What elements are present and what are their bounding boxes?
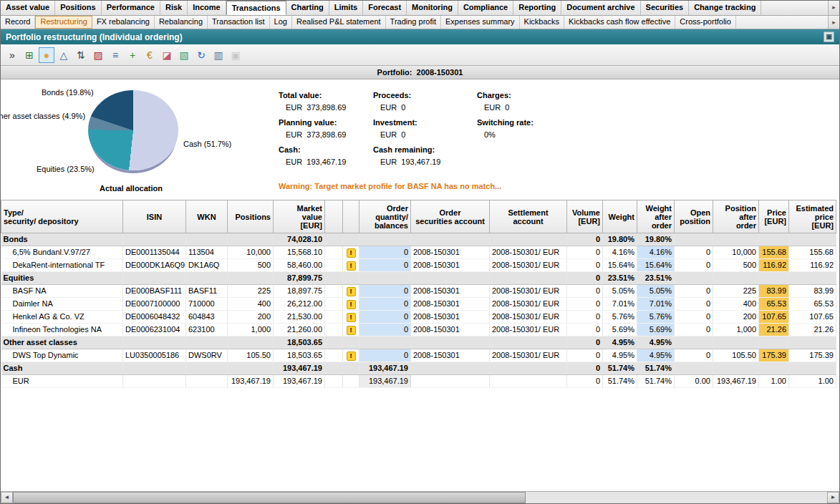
cell-wkn: DWS0RV xyxy=(186,349,228,362)
group-row-cash[interactable]: Cash193,467.19193,467.19051.74%51.74% xyxy=(1,362,836,375)
warning-icon[interactable]: ! xyxy=(347,248,356,258)
row-daimler-na[interactable]: Daimler NADE000710000071000040026,212.00… xyxy=(1,298,836,311)
refresh-clock-icon[interactable]: ↻ xyxy=(193,47,209,63)
scrollbar-thumb[interactable] xyxy=(13,492,526,503)
column-header-weight_after[interactable]: Weight after order xyxy=(637,200,675,233)
column-header-volume[interactable]: Volume [EUR] xyxy=(567,200,603,233)
warning-icon[interactable]: ! xyxy=(347,326,356,335)
globe-icon[interactable]: ● xyxy=(39,47,54,63)
row-basf-na[interactable]: BASF NADE000BASF111BASF1122518,897.75!02… xyxy=(1,285,836,298)
column-header-isin[interactable]: ISIN xyxy=(123,200,186,233)
scroll-left-button[interactable]: ◄ xyxy=(1,492,13,503)
tab-limits[interactable]: Limits xyxy=(329,1,363,15)
tab-positions[interactable]: Positions xyxy=(55,1,102,15)
tab-monitoring[interactable]: Monitoring xyxy=(407,1,458,15)
tab-restructuring[interactable]: Restructuring xyxy=(35,16,92,29)
tab-trading-profit[interactable]: Trading profit xyxy=(386,16,441,29)
cell-order_qty xyxy=(359,336,411,349)
group-row-equities[interactable]: Equities87,899.75023.51%23.51% xyxy=(1,272,836,285)
row-henkel-ag-co-vz[interactable]: Henkel AG & Co. VZDE00060484326048432002… xyxy=(1,311,836,324)
group-row-bonds[interactable]: Bonds74,028.10019.80%19.80% xyxy=(1,233,836,246)
tab-transactions[interactable]: Transactions xyxy=(226,1,286,15)
cell-est_price: 1.00 xyxy=(789,375,836,388)
order-quantity-cell[interactable]: 0 xyxy=(359,259,411,272)
tab-securities[interactable]: Securities xyxy=(641,1,690,15)
order-quantity-cell[interactable]: 0 xyxy=(359,311,411,324)
column-header-price[interactable]: Price [EUR] xyxy=(759,200,789,233)
chart-magnifier-icon[interactable]: ▥ xyxy=(211,47,226,63)
scrollbar-track[interactable] xyxy=(526,492,827,503)
tab-expenses-summary[interactable]: Expenses summary xyxy=(441,16,520,29)
tab-record[interactable]: Record xyxy=(1,16,35,29)
cell-settlement: 2008-150301/ EUR xyxy=(490,324,567,336)
chart-area: Actual allocation Bonds (19.8%)Other ass… xyxy=(1,79,274,200)
triangle-icon[interactable]: △ xyxy=(56,47,72,63)
cell-wkn xyxy=(186,362,228,375)
tab-rebalancing[interactable]: Rebalancing xyxy=(155,16,208,29)
tab-income[interactable]: Income xyxy=(188,1,226,15)
row-infineon-technologies-na[interactable]: Infineon Technologies NADE00062310046231… xyxy=(1,324,836,336)
allocation-table-icon[interactable]: ⊞ xyxy=(21,47,37,63)
order-quantity-cell[interactable]: 0 xyxy=(359,349,411,362)
tab-change-tracking[interactable]: Change tracking xyxy=(689,1,761,15)
column-header-est_price[interactable]: Estimated price [EUR] xyxy=(789,200,836,233)
column-header-warn[interactable] xyxy=(343,200,359,233)
order-quantity-cell[interactable]: 0 xyxy=(359,298,411,311)
column-header-c1[interactable] xyxy=(325,200,343,233)
warning-icon[interactable]: ! xyxy=(347,352,356,361)
column-header-settlement[interactable]: Settlement account xyxy=(490,200,567,233)
tab-kickbacks-cash-flow-effective[interactable]: Kickbacks cash flow effective xyxy=(564,16,675,29)
overflow-chevron-icon[interactable]: » xyxy=(4,47,20,63)
tab-fx-rebalancing[interactable]: FX rebalancing xyxy=(92,16,155,29)
tab-risk[interactable]: Risk xyxy=(160,1,188,15)
column-header-pos_after[interactable]: Position after order xyxy=(713,200,759,233)
add-icon[interactable]: + xyxy=(125,47,140,63)
horizontal-scrollbar[interactable]: ◄ ► xyxy=(1,491,839,503)
column-header-open_pos[interactable]: Open position xyxy=(675,200,713,233)
sort-order-icon[interactable]: ⇅ xyxy=(73,47,89,63)
tab-realised-p-l-statement[interactable]: Realised P&L statement xyxy=(292,16,386,29)
column-header-order_account[interactable]: Order securities account xyxy=(411,200,490,233)
tab-performance[interactable]: Performance xyxy=(102,1,160,15)
column-header-wkn[interactable]: WKN xyxy=(186,200,228,233)
column-header-order_qty[interactable]: Order quantity/ balances xyxy=(359,200,411,233)
tab-charting[interactable]: Charting xyxy=(286,1,329,15)
title-bar-button[interactable]: ▣ xyxy=(824,32,834,42)
cell-order_account: 2008-150301 xyxy=(411,349,490,362)
diagonal-chart-icon[interactable]: ▨ xyxy=(90,47,106,63)
tab-asset-value[interactable]: Asset value xyxy=(1,1,55,15)
row-eur[interactable]: EUR193,467.19193,467.19193,467.19051.74%… xyxy=(1,375,836,388)
warning-icon[interactable]: ! xyxy=(347,300,356,309)
order-quantity-cell[interactable]: 0 xyxy=(359,324,411,336)
tab-transaction-list[interactable]: Transaction list xyxy=(208,16,270,29)
tab-reporting[interactable]: Reporting xyxy=(513,1,561,15)
column-header-market_value[interactable]: Market value [EUR] xyxy=(274,200,325,233)
tab-document-archive[interactable]: Document archive xyxy=(561,1,640,15)
tab-compliance[interactable]: Compliance xyxy=(458,1,513,15)
order-quantity-cell[interactable]: 0 xyxy=(359,246,411,259)
order-quantity-cell[interactable]: 0 xyxy=(359,285,411,298)
euro-icon[interactable]: € xyxy=(142,47,158,63)
copy-icon[interactable]: ▣ xyxy=(228,47,243,63)
row-6-5-bundanl-v-97-27[interactable]: 6,5% Bundanl.V.97/27DE000113504411350410… xyxy=(1,246,836,259)
tab-cross-portfolio[interactable]: Cross-portfolio xyxy=(675,16,736,29)
sub-tab-scroll-button[interactable]: ▸ xyxy=(828,16,839,29)
warning-icon[interactable]: ! xyxy=(347,287,356,296)
eraser-icon[interactable]: ◪ xyxy=(159,47,175,63)
column-header-weight[interactable]: Weight xyxy=(603,200,637,233)
tab-kickbacks[interactable]: Kickbacks xyxy=(520,16,565,29)
row-dws-top-dynamic[interactable]: DWS Top DynamicLU0350005186DWS0RV105.501… xyxy=(1,349,836,362)
sliders-icon[interactable]: ≡ xyxy=(107,47,123,63)
tab-log[interactable]: Log xyxy=(270,16,292,29)
column-header-name[interactable]: Type/ security/ depository xyxy=(1,200,123,233)
row-dekarent-international-tf[interactable]: DekaRent-international TFDE000DK1A6Q9DK1… xyxy=(1,259,836,272)
warning-icon[interactable]: ! xyxy=(347,313,356,322)
main-tab-scroll-button[interactable]: ▸ xyxy=(828,1,839,15)
scroll-right-button[interactable]: ► xyxy=(827,492,839,503)
warning-icon[interactable]: ! xyxy=(347,261,356,271)
chart-export-icon[interactable]: ▧ xyxy=(176,47,192,63)
pie-label-other-asset-classes-4-9: Other asset classes (4.9%) xyxy=(1,112,85,120)
column-header-positions[interactable]: Positions xyxy=(228,200,274,233)
group-row-other-asset-classes[interactable]: Other asset classes18,503.6504.95%4.95% xyxy=(1,336,836,349)
tab-forecast[interactable]: Forecast xyxy=(363,1,407,15)
